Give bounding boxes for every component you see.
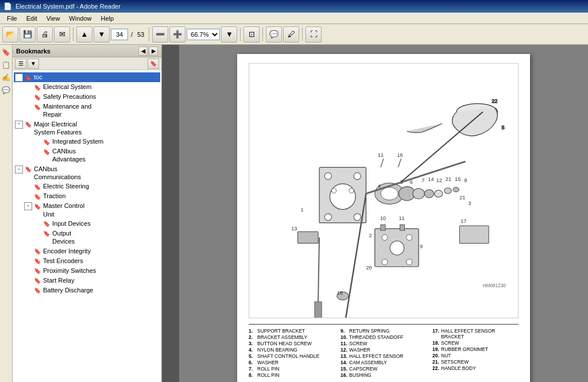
bookmark-item-major[interactable]: − 🔖 Major ElectricalSystem Features (14, 119, 160, 137)
bookmark-label-encoder: Encoder Integrity (43, 247, 159, 255)
svg-text:16: 16 (337, 290, 343, 296)
page-area: 22 5 1 (179, 45, 588, 382)
bookmark-item-output[interactable]: 🔖 OutputDevices (14, 229, 160, 246)
svg-text:3: 3 (469, 200, 471, 206)
svg-text:13: 13 (291, 226, 297, 231)
svg-point-24 (453, 187, 459, 192)
bookmark-item-maintenance[interactable]: 🔖 Maintenance andRepair (14, 102, 160, 119)
part-22: 22. HANDLE BODY (432, 365, 519, 371)
bookmark-collapse-button[interactable]: ◀ (138, 47, 148, 56)
prev-page-button[interactable]: ▲ (76, 26, 92, 43)
comments-panel-icon[interactable]: 💬 (1, 85, 11, 95)
menu-bar: File Edit View Window Help (0, 13, 588, 24)
bookmark-item-canbus-comm[interactable]: − 🔖 CANbusCommunications (14, 164, 160, 182)
bookmark-panel: Bookmarks ◀ ▶ ☰ ▼ 🔖 − 🔖 toc 🔖 (13, 45, 162, 382)
svg-text:7: 7 (421, 178, 424, 183)
svg-point-15 (381, 187, 399, 200)
fullscreen-button[interactable]: ⛶ (305, 26, 322, 43)
svg-point-39 (407, 259, 412, 265)
part-2: 2. BRACKET ASSEMBLY (249, 334, 335, 340)
page-total: 53 (136, 31, 146, 38)
bookmark-icon-safety: 🔖 (33, 93, 41, 101)
part-18: 18. SCREW (432, 340, 519, 346)
svg-text:15: 15 (455, 176, 461, 182)
bookmark-item-traction[interactable]: 🔖 Traction (14, 191, 160, 201)
main-area: 🔖 📋 ✍ 💬 Bookmarks ◀ ▶ ☰ ▼ 🔖 − 🔖 toc (0, 45, 588, 382)
part-6: 6. WASHER (249, 360, 335, 365)
sep2 (149, 28, 149, 41)
part-17: 17. HALL EFFECT SENSORBRACKET (432, 328, 519, 339)
bookmark-add-button[interactable]: 🔖 (148, 59, 159, 69)
parts-col-2: 9. RETURN SPRING 10. THREADED STANDOFF 1… (341, 328, 427, 378)
menu-edit[interactable]: Edit (22, 14, 42, 23)
zoom-select[interactable]: 66.7% 75% 100% 125% 150% 200% (187, 29, 220, 40)
svg-point-12 (349, 188, 354, 193)
bookmark-item-proximity[interactable]: 🔖 Proximity Switches (14, 266, 160, 276)
menu-view[interactable]: View (42, 14, 65, 23)
bookmark-label-proximity: Proximity Switches (43, 267, 159, 275)
bookmark-toolbar: ☰ ▼ 🔖 (13, 57, 161, 70)
bookmark-item-encoder[interactable]: 🔖 Encoder Integrity (14, 246, 160, 256)
expand-toc[interactable]: − (15, 74, 23, 82)
part-13: 13. HALL EFFECT SENSOR (341, 353, 427, 359)
pages-panel-icon[interactable]: 📋 (1, 60, 11, 70)
svg-text:6: 6 (410, 179, 413, 185)
bookmark-item-integrated[interactable]: 🔖 Integrated System (14, 137, 160, 146)
bookmark-item-electrical[interactable]: 🔖 Electrical System (14, 82, 160, 92)
svg-point-7 (354, 172, 361, 179)
bookmark-item-start-relay[interactable]: 🔖 Start Relay (14, 276, 160, 285)
zoom-out-button[interactable]: ➖ (152, 26, 168, 43)
svg-text:8: 8 (464, 178, 467, 183)
part-21: 21. SETSCREW (432, 359, 519, 365)
bookmark-options-button[interactable]: ▼ (28, 59, 39, 69)
open-button[interactable]: 📂 (2, 26, 18, 43)
part-3: 3. BUTTON HEAD SCREW (249, 341, 335, 346)
fit-page-button[interactable]: ⊡ (243, 26, 260, 43)
svg-text:3: 3 (400, 179, 403, 185)
signatures-panel-icon[interactable]: ✍ (1, 72, 11, 83)
bookmark-item-master[interactable]: − 🔖 Master ControlUnit (14, 201, 160, 219)
save-button[interactable]: 💾 (20, 26, 36, 43)
svg-rect-46 (400, 225, 404, 230)
next-page-button[interactable]: ▼ (94, 26, 110, 43)
zoom-in-button[interactable]: ➕ (169, 26, 185, 43)
bookmark-icon-integrated: 🔖 (42, 138, 51, 146)
bookmark-item-test-encoders[interactable]: 🔖 Test Encoders (14, 256, 160, 266)
page-number-input[interactable] (111, 29, 128, 40)
bookmark-item-toc[interactable]: − 🔖 toc (14, 72, 160, 82)
bookmark-item-input[interactable]: 🔖 Input Devices (14, 219, 160, 229)
bookmarks-panel-icon[interactable]: 🔖 (1, 47, 11, 57)
svg-text:4: 4 (378, 183, 381, 189)
bookmark-tree: − 🔖 toc 🔖 Electrical System 🔖 Safety Pre… (13, 70, 161, 382)
bookmark-label-canbus-comm: CANbusCommunications (34, 165, 159, 182)
comment-button[interactable]: 💬 (266, 26, 282, 43)
bookmark-new-button[interactable]: ☰ (15, 59, 26, 69)
bookmark-item-canbus-adv[interactable]: 🔖 CANbusAdvantages (14, 146, 160, 164)
sep5 (302, 28, 303, 41)
bookmark-item-battery[interactable]: 🔖 Battery Discharge (14, 285, 160, 295)
bookmark-label-canbus-adv: CANbusAdvantages (52, 147, 159, 164)
expand-master[interactable]: − (24, 202, 32, 210)
menu-file[interactable]: File (2, 14, 22, 23)
expand-major[interactable]: − (15, 121, 23, 129)
menu-help[interactable]: Help (96, 14, 118, 23)
bookmark-label-output: OutputDevices (52, 229, 159, 246)
highlight-button[interactable]: 🖊 (283, 26, 299, 43)
email-button[interactable]: ✉ (54, 26, 70, 43)
app-icon: 📄 (3, 2, 12, 10)
print-button[interactable]: 🖨 (37, 26, 53, 43)
svg-rect-56 (315, 302, 322, 318)
bookmark-expand-button[interactable]: ▶ (149, 47, 158, 56)
menu-window[interactable]: Window (64, 14, 96, 23)
svg-text:2: 2 (369, 233, 372, 238)
part-5: 5. SHAFT CONTROL HANDLE (249, 353, 335, 359)
bookmark-icon-steering: 🔖 (33, 183, 41, 191)
bookmark-item-electric-steering[interactable]: 🔖 Electric Steering (14, 182, 160, 191)
bookmark-item-safety[interactable]: 🔖 Safety Precautions (14, 92, 160, 102)
bookmark-icon-canbus-comm: 🔖 (24, 165, 32, 173)
svg-text:22: 22 (492, 98, 497, 104)
svg-point-8 (324, 214, 331, 221)
bookmark-icon-encoder: 🔖 (33, 248, 41, 256)
zoom-dropdown-button[interactable]: ▼ (221, 26, 237, 43)
expand-canbus[interactable]: − (15, 165, 23, 173)
